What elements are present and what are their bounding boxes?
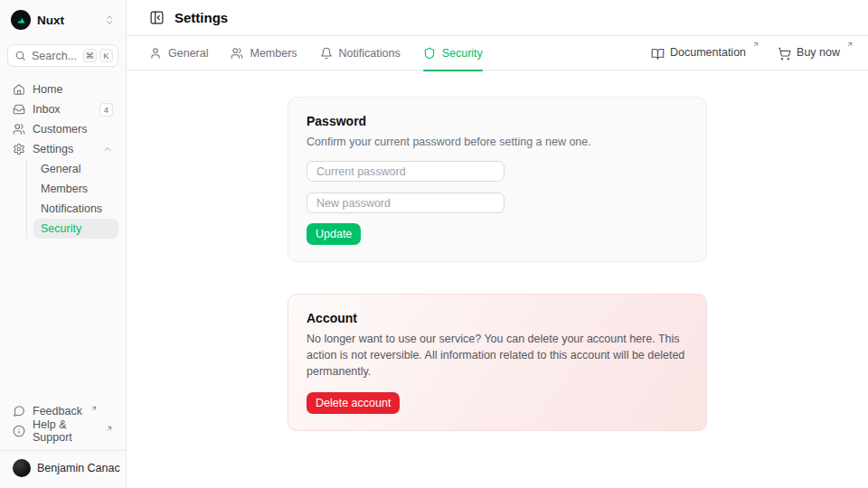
account-card-description: No longer want to use our service? You c… bbox=[307, 331, 688, 380]
app-root: Nuxt Search... ⌘ K Home bbox=[0, 0, 868, 488]
sidebar-item-label: Security bbox=[41, 222, 81, 235]
sidebar-item-general[interactable]: General bbox=[33, 159, 118, 179]
sidebar-user-section: Benjamin Canac bbox=[0, 450, 126, 481]
home-icon bbox=[13, 83, 25, 96]
account-card: Account No longer want to use our servic… bbox=[288, 294, 707, 430]
tab-label: Security bbox=[442, 47, 483, 60]
tab-security[interactable]: Security bbox=[423, 36, 483, 70]
page-title: Settings bbox=[175, 10, 228, 25]
main-area: Settings General Members Notifications bbox=[127, 0, 868, 488]
current-password-field[interactable] bbox=[307, 161, 505, 182]
documentation-link[interactable]: Documentation bbox=[651, 46, 760, 61]
settings-subnav: General Members Notifications Security bbox=[26, 159, 118, 239]
users-icon bbox=[231, 47, 243, 60]
sidebar-item-settings[interactable]: Settings bbox=[7, 139, 118, 159]
avatar bbox=[13, 459, 31, 477]
sidebar-item-label: Feedback bbox=[33, 405, 82, 418]
sidebar-item-label: Customers bbox=[33, 123, 87, 136]
new-password-field[interactable] bbox=[307, 192, 505, 213]
sidebar-item-members[interactable]: Members bbox=[33, 179, 118, 199]
tab-general[interactable]: General bbox=[149, 36, 208, 70]
search-input[interactable]: Search... ⌘ K bbox=[7, 44, 118, 67]
sidebar: Nuxt Search... ⌘ K Home bbox=[0, 0, 127, 488]
workspace-name: Nuxt bbox=[37, 14, 64, 27]
sidebar-item-inbox[interactable]: Inbox 4 bbox=[7, 99, 118, 119]
header-actions: Documentation Buy now bbox=[651, 46, 854, 61]
tab-members[interactable]: Members bbox=[231, 36, 297, 70]
help-support-link[interactable]: Help & Support bbox=[7, 421, 118, 441]
action-label: Buy now bbox=[797, 46, 840, 59]
kbd-k: K bbox=[99, 49, 113, 62]
sidebar-item-security[interactable]: Security bbox=[33, 219, 118, 239]
tab-notifications[interactable]: Notifications bbox=[320, 36, 401, 70]
chevron-up-icon bbox=[102, 144, 113, 155]
bell-icon bbox=[320, 47, 333, 60]
shield-icon bbox=[423, 47, 436, 60]
password-card-title: Password bbox=[307, 114, 688, 128]
cart-icon bbox=[778, 47, 791, 61]
settings-tabs: General Members Notifications Security bbox=[127, 36, 868, 70]
info-circle-icon bbox=[13, 425, 25, 437]
delete-account-button[interactable]: Delete account bbox=[307, 392, 400, 414]
search-icon bbox=[14, 50, 26, 61]
user-menu[interactable]: Benjamin Canac bbox=[9, 457, 117, 479]
external-link-icon bbox=[846, 41, 854, 48]
external-link-icon bbox=[752, 41, 760, 48]
action-label: Documentation bbox=[670, 46, 746, 59]
nuxt-logo-icon bbox=[11, 10, 31, 30]
user-name: Benjamin Canac bbox=[37, 462, 120, 474]
chat-bubble-icon bbox=[13, 405, 25, 418]
sidebar-item-label: Members bbox=[41, 183, 88, 195]
tab-label: General bbox=[168, 47, 208, 60]
inbox-count-badge: 4 bbox=[99, 103, 113, 117]
account-card-title: Account bbox=[307, 311, 688, 325]
gear-icon bbox=[13, 143, 25, 155]
external-link-icon bbox=[90, 405, 98, 412]
kbd-cmd: ⌘ bbox=[83, 49, 98, 62]
password-card-description: Confirm your current password before set… bbox=[307, 134, 688, 150]
sidebar-item-label: Home bbox=[33, 83, 62, 96]
sidebar-item-label: General bbox=[41, 163, 80, 175]
buy-now-link[interactable]: Buy now bbox=[778, 46, 854, 61]
page-header: Settings bbox=[127, 0, 868, 36]
search-placeholder: Search... bbox=[32, 50, 78, 62]
tab-label: Notifications bbox=[339, 47, 401, 60]
update-password-button[interactable]: Update bbox=[307, 223, 361, 245]
workspace-switcher[interactable]: Nuxt bbox=[7, 7, 118, 33]
collapse-sidebar-icon[interactable] bbox=[149, 10, 165, 25]
sidebar-item-label: Notifications bbox=[41, 202, 102, 215]
sidebar-item-label: Help & Support bbox=[33, 418, 98, 444]
search-shortcut: ⌘ K bbox=[83, 49, 114, 62]
sidebar-item-label: Settings bbox=[33, 143, 73, 155]
sidebar-item-label: Inbox bbox=[33, 103, 61, 116]
sidebar-item-home[interactable]: Home bbox=[7, 80, 118, 99]
sidebar-item-notifications[interactable]: Notifications bbox=[33, 199, 118, 219]
book-icon bbox=[651, 47, 665, 61]
sidebar-nav: Home Inbox 4 Customers Settings bbox=[7, 80, 118, 239]
sidebar-spacer bbox=[7, 239, 118, 401]
external-link-icon bbox=[106, 425, 113, 432]
chevron-up-down-icon bbox=[104, 14, 115, 25]
users-icon bbox=[13, 123, 25, 136]
sidebar-item-customers[interactable]: Customers bbox=[7, 119, 118, 139]
user-icon bbox=[149, 47, 162, 60]
password-card: Password Confirm your current password b… bbox=[288, 97, 707, 262]
tab-label: Members bbox=[250, 47, 297, 60]
sidebar-footer: Feedback Help & Support bbox=[7, 401, 118, 445]
security-content: Password Confirm your current password b… bbox=[127, 70, 868, 488]
inbox-icon bbox=[13, 103, 25, 116]
